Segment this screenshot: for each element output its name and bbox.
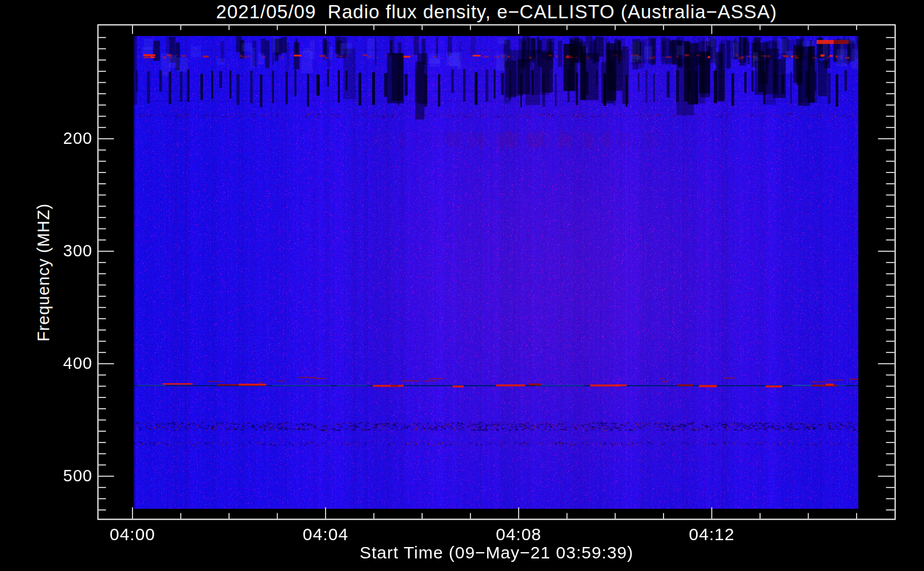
- y-tick-label: 500: [51, 467, 93, 485]
- x-tick-label: 04:00: [110, 525, 155, 544]
- x-axis-label: Start Time (09−May−21 03:59:39): [98, 543, 895, 562]
- plot-frame: [98, 25, 895, 520]
- x-tick-label: 04:08: [496, 525, 541, 544]
- y-tick-label: 200: [51, 129, 93, 148]
- y-tick-label: 300: [51, 242, 93, 260]
- y-tick-label: 400: [51, 354, 93, 373]
- spectrogram-page: 2021/05/09 Radio flux density, e−CALLIST…: [0, 0, 924, 571]
- x-tick-label: 04:12: [689, 525, 734, 544]
- axes-frame: [0, 0, 924, 571]
- x-tick-label: 04:04: [303, 525, 348, 544]
